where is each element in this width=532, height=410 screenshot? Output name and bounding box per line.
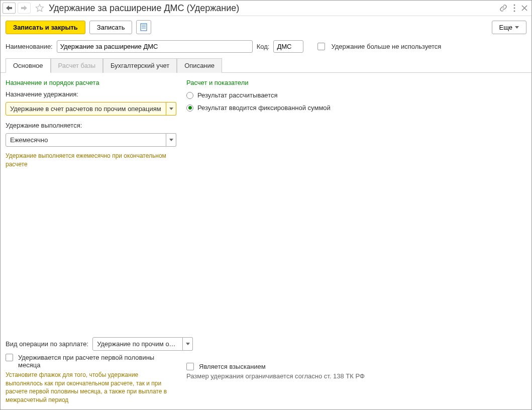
save-and-close-button[interactable]: Записать и закрыть	[6, 21, 85, 34]
chevron-down-icon[interactable]	[166, 102, 176, 116]
tab-base[interactable]: Расчет базы	[51, 58, 103, 73]
close-icon[interactable]	[521, 5, 527, 11]
chevron-down-icon[interactable]	[166, 133, 176, 147]
exec-label: Удержание выполняется:	[6, 122, 176, 129]
not-used-label: Удержание больше не используется	[331, 43, 441, 50]
tab-description[interactable]: Описание	[177, 58, 222, 73]
radio-fixed[interactable]	[186, 105, 193, 112]
code-label: Код:	[257, 43, 270, 50]
name-input[interactable]	[57, 40, 253, 53]
svg-point-1	[514, 8, 515, 9]
more-button[interactable]: Еще	[492, 21, 526, 34]
name-label: Наименование:	[6, 43, 53, 50]
link-icon[interactable]	[499, 4, 507, 12]
nav-back-button[interactable]	[3, 3, 16, 14]
first-half-label: Удерживается при расчете первой половины…	[18, 354, 176, 369]
purpose-select[interactable]: Удержание в счет расчетов по прочим опер…	[6, 102, 176, 116]
svg-rect-3	[141, 24, 147, 31]
first-half-checkbox[interactable]	[6, 354, 13, 361]
code-input[interactable]	[273, 40, 303, 53]
left-section-title: Назначение и порядок расчета	[6, 79, 176, 86]
op-select[interactable]: Удержание по прочим операциям	[92, 337, 193, 351]
radio-calculated-label: Результат рассчитывается	[197, 91, 278, 99]
penalty-note: Размер удержания ограничивается согласно…	[186, 372, 526, 380]
radio-fixed-label: Результат вводится фиксированной суммой	[197, 104, 331, 112]
svg-point-0	[514, 5, 515, 6]
save-button[interactable]: Записать	[89, 21, 133, 34]
not-used-checkbox[interactable]	[317, 43, 325, 50]
purpose-label: Назначение удержания:	[6, 90, 176, 98]
exec-select[interactable]: Ежемесячно	[6, 133, 176, 147]
exec-hint: Удержание выполняется ежемесячно при око…	[6, 152, 176, 169]
penalty-label: Является взысканием	[199, 363, 266, 370]
tab-accounting[interactable]: Бухгалтерский учет	[103, 58, 177, 73]
window-title: Удержание за расширение ДМС (Удержание)	[49, 3, 497, 14]
radio-calculated[interactable]	[186, 92, 193, 99]
right-section-title: Расчет и показатели	[186, 79, 526, 86]
favorite-icon[interactable]	[35, 3, 45, 13]
svg-point-2	[514, 11, 515, 12]
menu-icon[interactable]	[513, 4, 515, 12]
first-half-hint: Установите флажок для того, чтобы удержа…	[6, 371, 176, 404]
op-label: Вид операции по зарплате:	[6, 340, 88, 348]
chevron-down-icon[interactable]	[183, 337, 193, 351]
penalty-checkbox[interactable]	[186, 363, 194, 370]
nav-forward-button[interactable]	[18, 3, 31, 14]
tab-main[interactable]: Основное	[6, 58, 51, 73]
report-icon-button[interactable]	[136, 20, 151, 34]
